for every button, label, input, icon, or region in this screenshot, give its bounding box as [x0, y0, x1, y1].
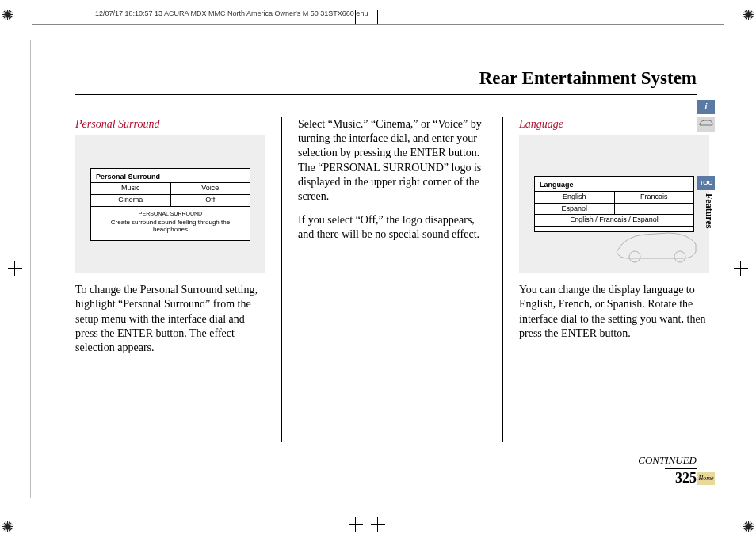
title-rule: [75, 94, 697, 95]
option-voice: Voice: [171, 183, 250, 194]
tab-home[interactable]: Home: [697, 472, 715, 485]
hairline-rule: [32, 502, 724, 502]
registration-mark-icon: ✺: [743, 6, 754, 24]
body-text: If you select “Off,” the logo disappears…: [298, 213, 487, 242]
crop-cross-icon: [371, 517, 385, 532]
body-columns: Personal Surround Personal Surround Musi…: [75, 117, 709, 442]
illustration-language: Language English Francais Espanol Englis…: [519, 135, 709, 273]
crop-cross-icon: [734, 261, 748, 276]
crop-cross-icon: [349, 517, 363, 532]
column-1: Personal Surround Personal Surround Musi…: [75, 117, 265, 442]
page-number-rule: [665, 468, 697, 469]
print-header: 12/07/17 18:10:57 13 ACURA MDX MMC North…: [95, 10, 368, 17]
svg-point-1: [674, 251, 685, 262]
vehicle-outline-icon: [613, 220, 700, 264]
personal-surround-logo: PERSONAL SURROUND: [91, 210, 250, 217]
crop-cross-icon: [8, 261, 22, 276]
registration-mark-icon: ✺: [2, 518, 13, 536]
screen-mock-personal-surround: Personal Surround Music Voice Cinema Off…: [90, 168, 250, 241]
screen-caption: Create surround sound feeling through th…: [91, 217, 250, 235]
column-separator: [502, 117, 503, 442]
tab-toc[interactable]: TOC: [697, 176, 715, 190]
option-cinema: Cinema: [91, 195, 171, 206]
option-francais: Francais: [615, 192, 694, 203]
hairline-rule: [32, 24, 724, 25]
body-text: You can change the display language to E…: [519, 283, 709, 341]
continued-label: CONTINUED: [638, 454, 697, 467]
hairline-rule: [30, 40, 31, 498]
body-text: To change the Personal Surround setting,…: [75, 283, 265, 355]
body-text: Select “Music,” “Cinema,” or “Voice” by …: [298, 117, 487, 204]
registration-mark-icon: ✺: [743, 518, 754, 536]
section-heading-language: Language: [519, 117, 709, 132]
option-music: Music: [91, 183, 171, 194]
screen-title: Personal Surround: [91, 172, 250, 184]
column-3: Language Language English Francais Espan…: [519, 117, 709, 442]
crop-cross-icon: [371, 10, 385, 25]
option-english: English: [535, 192, 615, 203]
option-off: Off: [171, 195, 250, 206]
tab-vehicle-icon[interactable]: [697, 117, 715, 132]
tab-info-icon[interactable]: i: [697, 100, 715, 114]
page-title: Rear Entertainment System: [479, 68, 697, 89]
section-side-label: Features: [703, 193, 715, 228]
column-separator: [281, 117, 282, 442]
registration-mark-icon: ✺: [2, 6, 13, 24]
svg-point-0: [629, 251, 640, 262]
illustration-personal-surround: Personal Surround Music Voice Cinema Off…: [75, 135, 265, 273]
page-number: 325: [675, 470, 697, 487]
crop-cross-icon: [349, 10, 363, 25]
blank-cell: [615, 204, 694, 215]
option-espanol: Espanol: [535, 204, 615, 215]
section-heading-personal-surround: Personal Surround: [75, 117, 265, 132]
column-2: Select “Music,” “Cinema,” or “Voice” by …: [298, 117, 487, 442]
screen-title: Language: [535, 180, 693, 192]
